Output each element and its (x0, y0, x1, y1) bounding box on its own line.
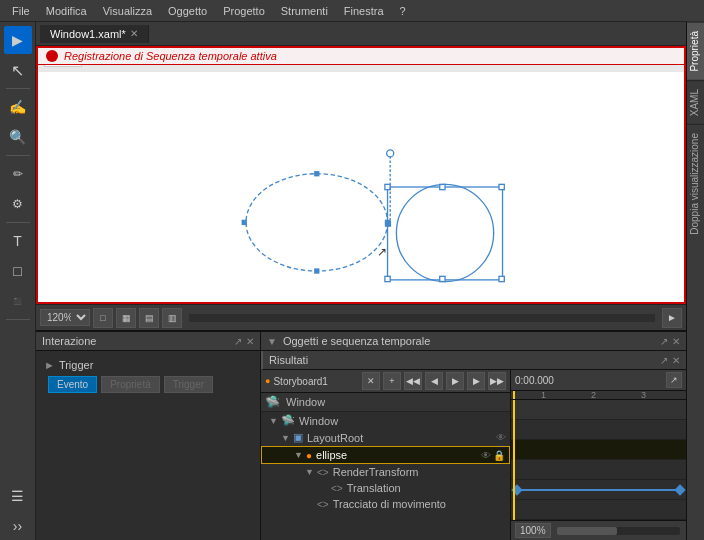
keyframe-2[interactable] (674, 484, 685, 495)
svg-point-0 (246, 174, 388, 271)
tree-item-tracciato[interactable]: ► <> Tracciato di movimento (261, 496, 510, 512)
storyboard-content: ● Storyboard1 ✕ + ◀◀ ◀ ▶ ▶ ▶▶ (261, 370, 686, 540)
trigger-button[interactable]: Trigger (164, 376, 213, 393)
tool-zoom[interactable]: 🔍 (4, 123, 32, 151)
tab-label: Window1.xaml* (50, 28, 126, 40)
zoom-select[interactable]: 120% 100% 75% (40, 309, 90, 326)
layout-button[interactable]: ▥ (162, 308, 182, 328)
tool-arrow[interactable]: ↖ (4, 56, 32, 84)
fit-button[interactable]: □ (93, 308, 113, 328)
sb-rew-btn[interactable]: ◀◀ (404, 372, 422, 390)
layout-eye-icon[interactable]: 👁 (496, 432, 506, 443)
results-header: Risultati ↗ ✕ (261, 351, 686, 370)
menu-help[interactable]: ? (392, 3, 414, 19)
h-scrollbar[interactable] (189, 314, 655, 322)
left-toolbar: ▶ ↖ ✍ 🔍 ✏ ⚙ T □ ◾ ☰ ›› (0, 22, 36, 540)
panel-icon-restore[interactable]: ↗ (234, 336, 242, 347)
tab-proprieta[interactable]: Proprietà (687, 22, 704, 80)
results-title: Risultati (269, 354, 308, 366)
menu-file[interactable]: File (4, 3, 38, 19)
results-restore[interactable]: ↗ (660, 355, 668, 366)
tool-paint[interactable]: ◾ (4, 287, 32, 315)
tool-more[interactable]: ›› (4, 512, 32, 540)
canvas-svg: ↗ (151, 72, 571, 302)
recording-bar: Registrazione di Sequenza temporale atti… (38, 48, 684, 65)
trigger-row: Evento Proprietà Trigger (40, 373, 256, 396)
proprieta-button[interactable]: Proprietà (101, 376, 160, 393)
recording-text: Registrazione di Sequenza temporale atti… (64, 50, 277, 62)
timeline-expand-btn[interactable]: ↗ (666, 372, 682, 388)
timeline-ruler: 1 2 3 4 (511, 391, 686, 400)
tree-item-rendertransform[interactable]: ▼ <> RenderTransform (261, 464, 510, 480)
expand-icon-ellipse[interactable]: ▼ (294, 450, 304, 460)
sb-play-btn[interactable]: ▶ (446, 372, 464, 390)
svg-rect-5 (388, 187, 503, 280)
tab-xaml[interactable]: XAML (687, 80, 704, 124)
sb-add-btn[interactable]: + (383, 372, 401, 390)
storyboard-name: Storyboard1 (273, 376, 359, 387)
tree-item-window[interactable]: ▼ 🛸 Window (261, 412, 510, 429)
ellipse-eye-icon[interactable]: 👁 (481, 450, 491, 461)
tree-item-translation[interactable]: ► <> Translation (261, 480, 510, 496)
sb-next-btn[interactable]: ▶ (467, 372, 485, 390)
tree-item-window-top[interactable]: 🛸 Window (261, 393, 510, 412)
recording-indicator (46, 50, 58, 62)
tool-hand[interactable]: ✍ (4, 93, 32, 121)
time-cursor[interactable] (513, 391, 515, 399)
tree-label-ellipse: ellipse (316, 449, 347, 461)
snap-button[interactable]: ▤ (139, 308, 159, 328)
evento-button[interactable]: Evento (48, 376, 97, 393)
expand-icon-layout[interactable]: ▼ (281, 433, 291, 443)
svg-rect-7 (499, 184, 504, 189)
tree-item-ellipse[interactable]: ▼ ● ellipse 👁 🔒 (261, 446, 510, 464)
sb-fwd-btn[interactable]: ▶▶ (488, 372, 506, 390)
menu-modifica[interactable]: Modifica (38, 3, 95, 19)
menu-oggetto[interactable]: Oggetto (160, 3, 215, 19)
scroll-right[interactable]: ► (662, 308, 682, 328)
interaction-header: Interazione ↗ ✕ (36, 332, 260, 351)
panel-icon-close[interactable]: ✕ (246, 336, 254, 347)
tool-shape[interactable]: □ (4, 257, 32, 285)
ellipse-lock-icon[interactable]: 🔒 (493, 450, 505, 461)
toolbar-separator-3 (6, 222, 30, 223)
results-close[interactable]: ✕ (672, 355, 680, 366)
storyboard-header: ▼ Oggetti e sequenza temporale ↗ ✕ (261, 332, 686, 351)
tool-node[interactable]: ☰ (4, 482, 32, 510)
toolbar-separator-1 (6, 88, 30, 89)
menu-strumenti[interactable]: Strumenti (273, 3, 336, 19)
storyboard-close-icon[interactable]: ✕ (672, 336, 680, 347)
sb-close-btn[interactable]: ✕ (362, 372, 380, 390)
tree-item-layoutroot[interactable]: ▼ ▣ LayoutRoot 👁 (261, 429, 510, 446)
menu-progetto[interactable]: Progetto (215, 3, 273, 19)
time-display: 0:00.000 (515, 375, 554, 386)
tab-doppia[interactable]: Doppia visualizzazione (687, 124, 704, 243)
tool-select[interactable]: ▶ (4, 26, 32, 54)
tab-window1[interactable]: Window1.xaml* ✕ (40, 25, 149, 43)
expand-icon-render[interactable]: ▼ (305, 467, 315, 477)
keyframe-line (517, 489, 680, 491)
tracciato-icon: <> (317, 499, 329, 510)
timeline-scrollbar[interactable] (557, 527, 680, 535)
tool-brush[interactable]: ⚙ (4, 190, 32, 218)
storyboard-controls: ● Storyboard1 ✕ + ◀◀ ◀ ▶ ▶ ▶▶ (261, 370, 510, 393)
expand-icon-window[interactable]: ▼ (269, 416, 279, 426)
grid-button[interactable]: ▦ (116, 308, 136, 328)
tool-text[interactable]: T (4, 227, 32, 255)
tab-close-button[interactable]: ✕ (130, 28, 138, 39)
menubar: File Modifica Visualizza Oggetto Progett… (0, 0, 704, 22)
ellipse-dot: ● (306, 450, 312, 461)
interaction-title: Interazione (42, 335, 96, 347)
tree-window-label: Window (286, 396, 325, 408)
menu-finestra[interactable]: Finestra (336, 3, 392, 19)
toolbar-separator-4 (6, 319, 30, 320)
tool-pen[interactable]: ✏ (4, 160, 32, 188)
track-translation (511, 480, 686, 500)
menu-visualizza[interactable]: Visualizza (95, 3, 160, 19)
ruler-mark-3: 3 (641, 390, 646, 400)
timeline-percentage: 100% (515, 523, 551, 538)
storyboard-restore-icon[interactable]: ↗ (660, 336, 668, 347)
bottom-panels: Interazione ↗ ✕ ► Trigger Evento (36, 330, 686, 540)
svg-rect-3 (314, 171, 319, 176)
sb-prev-btn[interactable]: ◀ (425, 372, 443, 390)
storyboard-tree: ● Storyboard1 ✕ + ◀◀ ◀ ▶ ▶ ▶▶ (261, 370, 511, 540)
